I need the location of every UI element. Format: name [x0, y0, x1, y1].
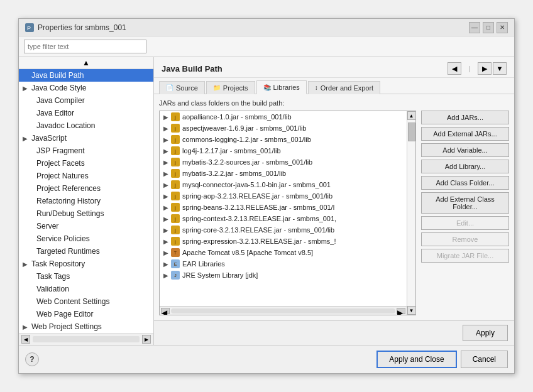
- sidebar-item-project-facets[interactable]: Project Facets: [19, 157, 153, 170]
- jar-item[interactable]: ▶ j mysql-connector-java-5.1.0-bin.jar -…: [160, 179, 407, 190]
- jar-icon: j: [171, 214, 180, 223]
- title-bar: P Properties for smbms_001 — □ ✕: [19, 19, 514, 36]
- sidebar-item-web-project-settings[interactable]: ▶ Web Project Settings: [19, 320, 153, 333]
- vscroll-track[interactable]: [407, 120, 416, 306]
- sidebar-item-jsp-fragment[interactable]: JSP Fragment: [19, 144, 153, 157]
- sidebar-scroll-left[interactable]: ◀: [21, 335, 30, 344]
- sidebar-item-validation[interactable]: Validation: [19, 283, 153, 295]
- nav-back-button[interactable]: ◀: [448, 62, 461, 75]
- sidebar-item-java-compiler[interactable]: Java Compiler: [19, 94, 153, 107]
- jar-item[interactable]: ▶ j log4j-1.2.17.jar - smbms_001/lib: [160, 145, 407, 156]
- sidebar-item-java-code-style[interactable]: ▶ Java Code Style: [19, 82, 153, 94]
- jar-icon: j: [171, 158, 180, 166]
- tab-order-export[interactable]: ↕ Order and Export: [308, 81, 380, 94]
- apply-close-button[interactable]: Apply and Close: [376, 351, 456, 368]
- jar-icon: j: [171, 192, 180, 200]
- nav-dropdown-button[interactable]: ▼: [493, 62, 507, 75]
- jar-vscrollbar: ▲ ▼: [407, 111, 415, 315]
- jar-hscroll[interactable]: ◀ ▶: [160, 306, 407, 315]
- add-external-jars-button[interactable]: Add External JARs...: [421, 127, 509, 141]
- sidebar-item-java-editor[interactable]: Java Editor: [19, 107, 153, 119]
- panel-title: Java Build Path: [162, 64, 223, 74]
- dialog-icon: P: [25, 23, 34, 32]
- sidebar-item-java-build-path[interactable]: Java Build Path: [19, 69, 153, 82]
- add-jars-button[interactable]: Add JARs...: [421, 111, 509, 124]
- sidebar-item-service-policies[interactable]: Service Policies: [19, 232, 153, 245]
- tab-libraries[interactable]: 📚 Libraries: [256, 80, 307, 94]
- jar-icon: j: [171, 146, 180, 155]
- source-icon: 📄: [166, 84, 173, 91]
- jar-item[interactable]: ▶ j mybatis-3.2.2-sources.jar - smbms_00…: [160, 156, 407, 168]
- sidebar-item-server[interactable]: Server: [19, 220, 153, 232]
- sidebar-item-refactoring-history[interactable]: Refactoring History: [19, 195, 153, 207]
- sidebar: ▲ Java Build Path ▶ Java Code Style Java…: [19, 57, 154, 345]
- jar-item-ear[interactable]: ▶ E EAR Libraries: [160, 258, 407, 270]
- right-header: Java Build Path ◀ | ▶ ▼: [154, 57, 514, 78]
- sidebar-item-task-repository[interactable]: ▶ Task Repository: [19, 258, 153, 270]
- cancel-button[interactable]: Cancel: [461, 351, 508, 368]
- build-content: JARs and class folders on the build path…: [154, 94, 514, 320]
- add-variable-button[interactable]: Add Variable...: [421, 143, 509, 157]
- nav-separator: |: [463, 62, 476, 75]
- maximize-button[interactable]: □: [483, 22, 494, 33]
- jar-item[interactable]: ▶ j spring-aop-3.2.13.RELEASE.jar - smbm…: [160, 190, 407, 202]
- migrate-jar-button[interactable]: Migrate JAR File...: [421, 249, 509, 263]
- hscroll-right[interactable]: ▶: [397, 308, 405, 314]
- sidebar-item-targeted-runtimes[interactable]: Targeted Runtimes: [19, 245, 153, 258]
- sidebar-item-run-debug-settings[interactable]: Run/Debug Settings: [19, 207, 153, 220]
- sidebar-scroll-right[interactable]: ▶: [142, 335, 151, 344]
- order-export-icon: ↕: [315, 84, 318, 91]
- filter-bar: [19, 36, 514, 57]
- jar-item-jre[interactable]: ▶ J JRE System Library [jdk]: [160, 270, 407, 281]
- jar-item[interactable]: ▶ j aopalliance-1.0.jar - smbms_001/lib: [160, 111, 407, 122]
- arrow-icon: ▶: [23, 324, 29, 330]
- add-library-button[interactable]: Add Library...: [421, 160, 509, 173]
- jar-item-tomcat[interactable]: ▶ T Apache Tomcat v8.5 [Apache Tomcat v8…: [160, 247, 407, 258]
- apply-button[interactable]: Apply: [463, 325, 508, 341]
- vscroll-down[interactable]: ▼: [407, 306, 416, 315]
- bottom-bar: Apply: [154, 320, 514, 345]
- minimize-button[interactable]: —: [469, 22, 480, 33]
- add-external-class-folder-button[interactable]: Add External Class Folder...: [421, 192, 509, 214]
- jar-item[interactable]: ▶ j mybatis-3.2.2.jar - smbms_001/lib: [160, 168, 407, 179]
- sidebar-item-web-content-settings[interactable]: Web Content Settings: [19, 295, 153, 308]
- close-button[interactable]: ✕: [497, 22, 508, 33]
- jar-item[interactable]: ▶ j aspectjweaver-1.6.9.jar - smbms_001/…: [160, 122, 407, 134]
- hscroll-thumb[interactable]: [171, 308, 395, 313]
- sidebar-hscroll-track[interactable]: [33, 336, 140, 342]
- help-button[interactable]: ?: [25, 352, 39, 366]
- nav-forward-button[interactable]: ▶: [478, 62, 492, 75]
- jar-item[interactable]: ▶ j spring-core-3.2.13.RELEASE.jar - smb…: [160, 224, 407, 236]
- jar-item[interactable]: ▶ j commons-logging-1.2.jar - smbms_001/…: [160, 134, 407, 145]
- jar-item[interactable]: ▶ j spring-context-3.2.13.RELEASE.jar - …: [160, 213, 407, 224]
- sidebar-scroll-up[interactable]: ▲: [19, 57, 153, 69]
- jar-item[interactable]: ▶ j spring-beans-3.2.13.RELEASE.jar - sm…: [160, 202, 407, 213]
- sidebar-item-javadoc-location[interactable]: Javadoc Location: [19, 119, 153, 132]
- remove-button[interactable]: Remove: [421, 232, 509, 246]
- sidebar-hscroll-bar: ◀ ▶: [19, 333, 153, 345]
- jar-item[interactable]: ▶ j spring-expression-3.2.13.RELEASE.jar…: [160, 236, 407, 247]
- action-buttons: Add JARs... Add External JARs... Add Var…: [421, 111, 509, 315]
- sidebar-item-project-natures[interactable]: Project Natures: [19, 170, 153, 182]
- vscroll-thumb[interactable]: [408, 122, 415, 141]
- libraries-icon: 📚: [263, 84, 271, 91]
- sidebar-item-web-page-editor[interactable]: Web Page Editor: [19, 308, 153, 320]
- sidebar-item-javascript[interactable]: ▶ JavaScript: [19, 132, 153, 144]
- filter-input[interactable]: [24, 40, 146, 53]
- tab-source[interactable]: 📄 Source: [159, 81, 205, 94]
- hscroll-left[interactable]: ◀: [161, 308, 170, 314]
- jar-icon: j: [171, 112, 180, 121]
- jar-list-container: ▶ j aopalliance-1.0.jar - smbms_001/lib …: [159, 111, 416, 315]
- dialog-body: ▲ Java Build Path ▶ Java Code Style Java…: [19, 36, 514, 345]
- sidebar-item-project-references[interactable]: Project References: [19, 182, 153, 195]
- ear-icon: E: [171, 259, 180, 268]
- add-class-folder-button[interactable]: Add Class Folder...: [421, 176, 509, 190]
- tab-projects[interactable]: 📁 Projects: [206, 81, 255, 94]
- edit-button[interactable]: Edit...: [421, 216, 509, 230]
- dialog-footer: ? Apply and Close Cancel: [19, 345, 514, 373]
- jar-list[interactable]: ▶ j aopalliance-1.0.jar - smbms_001/lib …: [160, 111, 407, 306]
- sidebar-item-task-tags[interactable]: Task Tags: [19, 270, 153, 283]
- jar-icon: j: [171, 169, 180, 178]
- right-panel: Java Build Path ◀ | ▶ ▼ 📄 Source: [154, 57, 514, 345]
- vscroll-up[interactable]: ▲: [407, 111, 416, 120]
